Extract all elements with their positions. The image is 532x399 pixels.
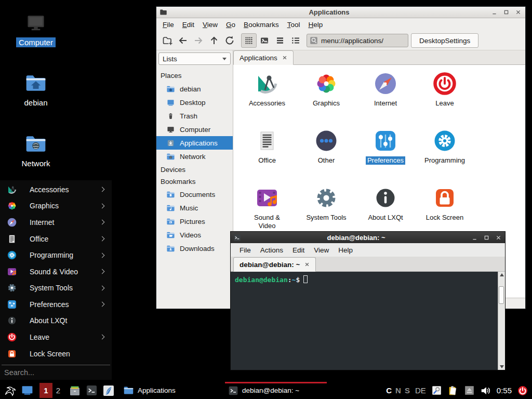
compact-view-icon[interactable]: [272, 33, 288, 48]
task-applications[interactable]: Applications: [120, 382, 225, 399]
menu-view[interactable]: View: [198, 19, 222, 30]
minimize-icon[interactable]: [491, 9, 497, 16]
scrollbar-thumb[interactable]: [499, 286, 504, 304]
menu-item-about-lxqt[interactable]: About LXQt: [0, 313, 112, 329]
eject-tray-icon[interactable]: [464, 385, 475, 396]
close-icon[interactable]: [495, 234, 501, 241]
app-item-accessories[interactable]: Accessories: [237, 69, 297, 126]
terminal-launcher-icon[interactable]: [86, 384, 98, 396]
icon-view-icon[interactable]: [241, 33, 257, 48]
menu-item-programming[interactable]: Programming: [0, 247, 112, 263]
sidebar-item-trash[interactable]: Trash: [158, 109, 231, 123]
maximize-icon[interactable]: [503, 9, 509, 16]
sidebar-item-documents[interactable]: Documents: [158, 188, 231, 201]
featherpad-launcher-icon[interactable]: [102, 384, 115, 397]
menu-file[interactable]: File: [158, 19, 178, 30]
maximize-icon[interactable]: [483, 234, 489, 241]
tab-close-icon[interactable]: [282, 55, 287, 60]
detailed-view-icon[interactable]: [288, 33, 303, 48]
minimize-icon[interactable]: [471, 234, 477, 241]
menu-actions[interactable]: Actions: [256, 244, 288, 256]
app-item-leave[interactable]: Leave: [415, 69, 474, 126]
system-tray: C N S DE 0:55: [386, 385, 532, 396]
desktop-icon-network[interactable]: Network: [11, 132, 61, 168]
menu-tool[interactable]: Tool: [283, 19, 304, 30]
scroll-down-icon[interactable]: [500, 365, 504, 368]
back-icon[interactable]: [175, 33, 191, 48]
terminal-menubar: File Actions Edit View Help: [231, 243, 505, 257]
sidebar-item-debian[interactable]: debian: [158, 82, 231, 96]
graphics-icon: [7, 201, 17, 211]
new-tab-icon[interactable]: [159, 33, 175, 48]
clock[interactable]: 0:55: [497, 386, 512, 395]
menu-item-office[interactable]: Office: [0, 231, 112, 247]
menu-view[interactable]: View: [309, 244, 334, 256]
lock-screen-icon: [432, 185, 457, 210]
lock-indicators: C N S: [386, 386, 410, 395]
menu-help[interactable]: Help: [334, 244, 357, 256]
file-manager-launcher-icon[interactable]: [69, 384, 81, 397]
forward-icon[interactable]: [191, 33, 206, 48]
task-terminal[interactable]: debian@debian: ~: [225, 382, 327, 399]
clipboard-tray-icon[interactable]: [447, 385, 459, 396]
menu-go[interactable]: Go: [222, 19, 240, 30]
menu-file[interactable]: File: [235, 244, 256, 256]
up-icon[interactable]: [206, 33, 222, 48]
app-item-graphics[interactable]: Graphics: [297, 69, 356, 126]
terminal-tab[interactable]: debian@debian: ~: [233, 257, 316, 272]
path-bar[interactable]: menu://applications/: [307, 34, 408, 47]
terminal-tabbar: debian@debian: ~: [231, 257, 505, 272]
desktop-icon-debian[interactable]: debian: [11, 72, 61, 108]
menu-item-sound-video[interactable]: Sound & Video: [0, 263, 112, 280]
sidebar-item-videos[interactable]: Videos: [158, 228, 231, 242]
sidebar-item-computer[interactable]: Computer: [158, 123, 231, 136]
menu-item-internet[interactable]: Internet: [0, 214, 112, 231]
screenshot-tray-icon[interactable]: [431, 385, 442, 396]
power-button-icon[interactable]: [517, 385, 528, 396]
sidebar-item-music[interactable]: Music: [158, 201, 231, 215]
tab-close-icon[interactable]: [304, 262, 310, 267]
pager-desktop-1[interactable]: 1: [39, 383, 52, 398]
terminal-scrollbar[interactable]: [498, 272, 505, 370]
sidebar-item-downloads[interactable]: Downloads: [158, 242, 231, 255]
sidebar-mode-select[interactable]: Lists: [158, 52, 231, 65]
reload-icon[interactable]: [222, 33, 237, 48]
close-icon[interactable]: [515, 9, 521, 16]
menu-bookmarks[interactable]: Bookmarks: [240, 19, 283, 30]
menu-item-lock-screen[interactable]: Lock Screen: [0, 345, 112, 362]
app-item-internet[interactable]: Internet: [356, 69, 415, 126]
fm-titlebar[interactable]: Applications: [156, 7, 525, 18]
chevron-down-icon: [222, 58, 227, 60]
sidebar-item-pictures[interactable]: Pictures: [158, 215, 231, 228]
submenu-arrow-icon: [100, 335, 105, 340]
menu-item-leave[interactable]: Leave: [0, 329, 112, 345]
scroll-up-icon[interactable]: [500, 273, 504, 276]
app-item-preferences[interactable]: Preferences: [356, 126, 415, 183]
desktop-icon-computer[interactable]: Computer: [11, 11, 61, 47]
computer-icon: [24, 11, 47, 34]
pager-desktop-2[interactable]: 2: [52, 383, 64, 398]
start-menu-button[interactable]: [0, 382, 19, 399]
menu-help[interactable]: Help: [304, 19, 327, 30]
volume-icon[interactable]: [480, 385, 491, 396]
menu-item-preferences[interactable]: Preferences: [0, 296, 112, 313]
keyboard-layout[interactable]: DE: [415, 386, 426, 395]
terminal-titlebar[interactable]: debian@debian: ~: [231, 232, 505, 243]
sidebar-item-network[interactable]: Network: [158, 150, 231, 163]
sidebar-item-desktop[interactable]: Desktop: [158, 96, 231, 109]
show-desktop-button[interactable]: [19, 382, 35, 399]
app-item-other[interactable]: Other: [297, 126, 356, 183]
menu-edit[interactable]: Edit: [178, 19, 198, 30]
desktop-settings-button[interactable]: DesktopSettings: [411, 33, 478, 48]
menu-item-system-tools[interactable]: System Tools: [0, 280, 112, 296]
menu-search-input[interactable]: Search...: [0, 365, 112, 380]
menu-item-graphics[interactable]: Graphics: [0, 198, 112, 215]
menu-item-accessories[interactable]: Accessories: [0, 181, 112, 198]
sidebar-item-applications[interactable]: Applications: [156, 136, 233, 150]
tab-applications[interactable]: Applications: [233, 50, 294, 65]
app-item-office[interactable]: Office: [237, 126, 297, 183]
menu-edit[interactable]: Edit: [288, 244, 309, 256]
terminal-screen[interactable]: debian@debian:~$: [231, 272, 498, 370]
app-item-programming[interactable]: Programming: [415, 126, 474, 183]
thumbnail-view-icon[interactable]: [257, 33, 272, 48]
